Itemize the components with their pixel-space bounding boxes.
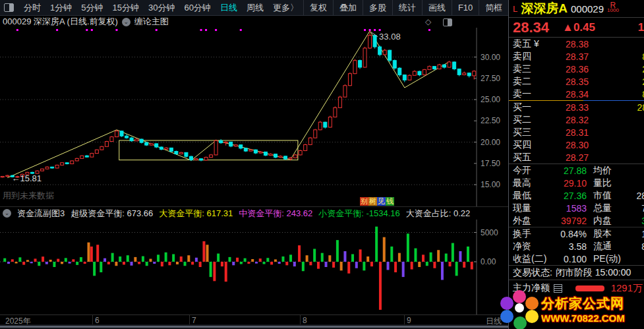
price-row: 28.34 ▲0.45 1.	[509, 18, 644, 38]
ask-row-0[interactable]: 卖五 ¥28.38	[509, 38, 644, 50]
toolbar-period-4[interactable]: 30分钟	[144, 2, 179, 14]
flower-petal-1	[525, 297, 539, 310]
ask-row-4[interactable]: 卖一28.348	[509, 88, 644, 100]
toolbar-period-2[interactable]: 5分钟	[76, 2, 107, 14]
trade-status-value: 闭市阶段 15:00:00	[556, 267, 631, 279]
quote-info-grid: 今开27.88均价最高29.10量比最低27.36市值28现量1583总量7外盘…	[509, 164, 644, 265]
subchart-header-part-3: 中资金平衡: 243.62	[239, 208, 312, 220]
toolbar-tool-1[interactable]: 叠加	[333, 0, 363, 15]
margin-flag: R1000	[607, 3, 619, 13]
stock-name: 深深房A	[521, 0, 568, 17]
toolbar-period-5[interactable]: 60分钟	[179, 2, 215, 14]
svg-text:0.00: 0.00	[481, 257, 496, 266]
badge-char-2: 见	[377, 197, 386, 206]
bid-row-1[interactable]: 买二28.32	[509, 113, 644, 126]
price-change-pct: 1.	[638, 21, 644, 34]
chevron-down-icon[interactable]: ⌄	[3, 209, 11, 218]
toolbar-tool-2[interactable]: 多股	[363, 0, 392, 15]
svg-text:27.50: 27.50	[481, 74, 500, 83]
money-flow-chart[interactable]: 50000.00	[0, 220, 508, 314]
badge-char-3: 钱	[386, 197, 394, 206]
info-row-3: 现量1583总量7	[509, 202, 644, 214]
chart-title: 000029 深深房A (日线.前复权)	[3, 16, 118, 28]
x-axis-label-2: 7	[192, 316, 196, 325]
stock-code: 000029	[571, 3, 604, 15]
svg-text:30.00: 30.00	[481, 53, 500, 62]
watermark-site-url: WWW.70822.COM	[541, 313, 625, 324]
toolbar-tool-6[interactable]: 简框	[479, 0, 508, 15]
chart-header: 000029 深深房A (日线.前复权) ⌄ 缠论主图 ◇	[0, 16, 508, 28]
toolbar-tool-5[interactable]: F10	[452, 0, 479, 15]
toolbar-period-8[interactable]: 更多〉	[268, 2, 303, 14]
toolbar-tool-0[interactable]: 复权	[303, 0, 333, 15]
svg-text:25.00: 25.00	[481, 95, 500, 104]
bid-row-0[interactable]: 买一28.3328	[509, 101, 644, 113]
ask-row-1[interactable]: 卖四28.378	[509, 50, 644, 63]
subchart-indicator-values: 资金流副图3超级资金平衡: 673.66大资金平衡: 617.31中资金平衡: …	[17, 208, 470, 220]
panel-toggle-icon[interactable]	[443, 18, 452, 26]
candlestick-chart-svg[interactable]: 30.0027.5025.0022.5020.0017.5015.0033.08…	[0, 28, 508, 206]
toolbar-period-0[interactable]: 分时	[19, 2, 45, 14]
watermark: 分析家公式网 WWW.70822.COM	[499, 289, 644, 329]
badge-char-1: 树	[368, 197, 377, 206]
trade-status-label: 交易状态:	[513, 267, 552, 279]
quote-header: L 深深房A 000029 R1000	[509, 0, 644, 18]
indicator-badge: 别树见钱	[360, 197, 394, 206]
main-chart[interactable]: 30.0027.5025.0022.5020.0017.5015.0033.08…	[0, 28, 508, 206]
future-data-note: 用到未来数据	[3, 190, 54, 202]
indicator-name[interactable]: 缠论主图	[134, 16, 169, 28]
toolbar: 分时1分钟5分钟15分钟30分钟60分钟日线周线更多〉 复权叠加多股统计画线F1…	[0, 0, 508, 16]
chevron-down-icon[interactable]: ⌄	[122, 18, 131, 26]
info-row-5: 换手0.84%股本1	[509, 227, 644, 240]
info-row-6: 净资3.58流通8	[509, 240, 644, 253]
svg-text:33.08: 33.08	[379, 32, 401, 42]
subchart-header-part-1: 超级资金平衡: 673.66	[71, 208, 153, 220]
flower-petal-5	[500, 297, 513, 310]
flower-petal-3	[513, 316, 527, 329]
bid-row-3[interactable]: 买四28.30	[509, 138, 644, 151]
ask-row-3[interactable]: 卖二28.352	[509, 75, 644, 88]
x-axis-tick-1	[92, 315, 93, 324]
x-axis-label-1: 6	[95, 316, 100, 325]
bid-levels: 买一28.3328买二28.32买三28.31买四28.30买五28.27	[509, 101, 644, 164]
info-row-0: 今开27.88均价	[509, 164, 644, 177]
svg-text:5000: 5000	[481, 228, 498, 237]
subchart-header-part-5: 大资金占比: 0.22	[406, 208, 471, 220]
info-row-2: 最低27.36市值28	[509, 189, 644, 202]
toolbar-period-7[interactable]: 周线	[242, 2, 268, 14]
subchart-header-part-2: 大资金平衡: 617.31	[159, 208, 233, 220]
toolbar-tool-3[interactable]: 统计	[392, 0, 422, 15]
window-split-icon[interactable]	[4, 3, 14, 12]
quote-panel: L 深深房A 000029 R1000 28.34 ▲0.45 1. 卖五 ¥2…	[508, 0, 644, 329]
flower-petal-0	[513, 290, 526, 303]
toolbar-period-6[interactable]: 日线	[216, 2, 242, 14]
svg-text:←15.81: ←15.81	[12, 173, 42, 183]
diamond-icon[interactable]: ◇	[425, 17, 431, 26]
x-axis-tick-3	[300, 315, 301, 324]
toolbar-period-3[interactable]: 15分钟	[107, 2, 143, 14]
toolbar-period-1[interactable]: 1分钟	[45, 2, 76, 14]
last-price: 28.34	[513, 19, 549, 36]
x-axis: 日线 2025年6789	[0, 314, 508, 324]
ask-row-2[interactable]: 卖三28.362	[509, 63, 644, 75]
market-flag: L	[513, 4, 517, 14]
flower-petal-2	[525, 310, 539, 323]
price-change: ▲0.45	[562, 21, 595, 34]
bid-row-4[interactable]: 买五28.27	[509, 151, 644, 164]
svg-text:15.00: 15.00	[481, 180, 500, 189]
trade-status-row: 交易状态: 闭市阶段 15:00:00	[509, 265, 644, 280]
x-axis-tick-4	[404, 315, 405, 324]
info-row-7: 收益(二)0.100PE(动)	[509, 253, 644, 265]
watermark-site-name: 分析家公式网	[541, 295, 625, 313]
x-axis-label-4: 9	[407, 316, 411, 325]
subchart-header-part-0: 资金流副图3	[17, 208, 65, 220]
info-row-1: 最高29.10量比	[509, 177, 644, 189]
subchart-header: ⌄ 资金流副图3超级资金平衡: 673.66大资金平衡: 617.31中资金平衡…	[0, 206, 508, 220]
horizontal-scrollbar[interactable]	[0, 324, 508, 329]
svg-text:17.50: 17.50	[481, 159, 500, 168]
flower-petal-4	[500, 310, 513, 323]
bid-row-2[interactable]: 买三28.31	[509, 126, 644, 138]
money-flow-svg[interactable]: 50000.00	[0, 220, 508, 314]
toolbar-tool-4[interactable]: 画线	[422, 0, 452, 15]
badge-char-0: 别	[360, 197, 368, 206]
